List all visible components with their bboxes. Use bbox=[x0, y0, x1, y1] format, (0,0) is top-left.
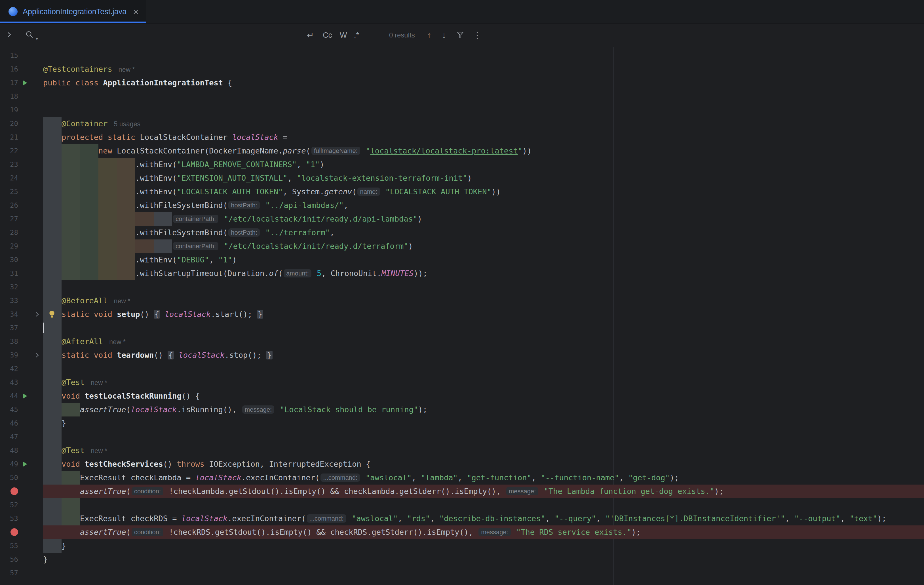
gutter[interactable]: 50 bbox=[0, 471, 43, 484]
code-line[interactable]: 16@Testcontainersnew * bbox=[0, 63, 924, 76]
filter-icon[interactable] bbox=[456, 30, 465, 40]
code-line[interactable]: 26 .withFileSystemBind(hostPath: "../api… bbox=[0, 198, 924, 212]
search-history-dropdown-icon[interactable]: ▾ bbox=[36, 36, 38, 41]
code-line[interactable]: 42 bbox=[0, 362, 924, 376]
gutter[interactable]: 48 bbox=[0, 444, 43, 457]
gutter[interactable]: 37 bbox=[0, 321, 43, 335]
expand-to-replace-icon[interactable] bbox=[6, 31, 13, 39]
fold-region-icon[interactable] bbox=[34, 311, 40, 317]
code-line[interactable]: 52 bbox=[0, 498, 924, 512]
code-line[interactable]: 22 new LocalStackContainer(DockerImageNa… bbox=[0, 144, 924, 158]
gutter[interactable]: 34 bbox=[0, 307, 43, 321]
code-line[interactable]: 57 bbox=[0, 566, 924, 580]
code-line[interactable]: 18 bbox=[0, 90, 924, 103]
gutter[interactable]: 21 bbox=[0, 131, 43, 144]
gutter[interactable]: 38 bbox=[0, 335, 43, 349]
gutter[interactable]: 25 bbox=[0, 185, 43, 198]
code-line[interactable]: 24 .withEnv("EXTENSION_AUTO_INSTALL", "l… bbox=[0, 171, 924, 185]
code-line[interactable]: assertTrue(condition: !checkLambda.getSt… bbox=[0, 484, 924, 498]
intention-bulb-icon[interactable] bbox=[48, 310, 56, 319]
gutter[interactable]: 24 bbox=[0, 171, 43, 185]
gutter[interactable]: 16 bbox=[0, 63, 43, 76]
code-line[interactable]: 53 ExecResult checkRDS = localStack.exec… bbox=[0, 512, 924, 526]
code-line[interactable]: assertTrue(condition: !checkRDS.getStdou… bbox=[0, 526, 924, 539]
run-test-icon[interactable] bbox=[21, 460, 29, 468]
code-line[interactable]: 37 bbox=[0, 321, 924, 335]
gutter[interactable]: 30 bbox=[0, 253, 43, 267]
gutter[interactable]: 45 bbox=[0, 403, 43, 416]
previous-occurrence-icon[interactable]: ↑ bbox=[427, 30, 431, 40]
code-line[interactable]: 25 .withEnv("LOCALSTACK_AUTH_TOKEN", Sys… bbox=[0, 185, 924, 198]
breakpoint-icon[interactable] bbox=[10, 528, 18, 536]
gutter[interactable]: 49 bbox=[0, 457, 43, 471]
gutter[interactable]: 39 bbox=[0, 349, 43, 362]
gutter[interactable] bbox=[0, 484, 43, 498]
code-line[interactable]: 44 void testLocalStackRunning() { bbox=[0, 389, 924, 403]
code-line[interactable]: 45 assertTrue(localStack.isRunning(), me… bbox=[0, 403, 924, 416]
code-line[interactable]: 33 @BeforeAllnew * bbox=[0, 294, 924, 307]
more-options-icon[interactable]: ⋮ bbox=[473, 30, 482, 40]
code-line[interactable]: 20 @Container5 usages bbox=[0, 117, 924, 131]
code-line[interactable]: 43 @Testnew * bbox=[0, 376, 924, 389]
gutter[interactable] bbox=[0, 526, 43, 539]
gutter[interactable]: 46 bbox=[0, 416, 43, 430]
fold-region-icon[interactable] bbox=[34, 352, 40, 358]
whole-words-button[interactable]: W bbox=[340, 31, 347, 40]
gutter[interactable]: 32 bbox=[0, 280, 43, 294]
code-line[interactable]: 30 .withEnv("DEBUG", "1") bbox=[0, 253, 924, 267]
run-test-icon[interactable] bbox=[21, 392, 29, 400]
run-test-icon[interactable] bbox=[21, 79, 29, 87]
gutter[interactable]: 57 bbox=[0, 566, 43, 580]
gutter[interactable]: 17 bbox=[0, 76, 43, 90]
code-line[interactable]: 38 @AfterAllnew * bbox=[0, 335, 924, 349]
code-line[interactable]: 55 } bbox=[0, 539, 924, 553]
gutter[interactable]: 19 bbox=[0, 103, 43, 117]
code-line[interactable]: 23 .withEnv("LAMBDA_REMOVE_CONTAINERS", … bbox=[0, 158, 924, 171]
gutter[interactable]: 31 bbox=[0, 267, 43, 280]
code-line[interactable]: 21 protected static LocalStackContainer … bbox=[0, 131, 924, 144]
code-line[interactable]: 32 bbox=[0, 280, 924, 294]
gutter[interactable]: 28 bbox=[0, 226, 43, 240]
gutter[interactable]: 55 bbox=[0, 539, 43, 553]
breakpoint-icon[interactable] bbox=[10, 488, 18, 495]
gutter[interactable]: 26 bbox=[0, 198, 43, 212]
gutter[interactable]: 15 bbox=[0, 49, 43, 63]
code-line[interactable]: 17public class ApplicationIntegrationTes… bbox=[0, 76, 924, 90]
code-line[interactable]: 50 ExecResult checkLambda = localStack.e… bbox=[0, 471, 924, 484]
gutter[interactable]: 33 bbox=[0, 294, 43, 307]
code-line[interactable]: 31 .withStartupTimeout(Duration.of(amoun… bbox=[0, 267, 924, 280]
code-line[interactable]: 29 containerPath: "/etc/localstack/init/… bbox=[0, 240, 924, 253]
gutter[interactable]: 47 bbox=[0, 430, 43, 444]
gutter[interactable]: 53 bbox=[0, 512, 43, 526]
code-line[interactable]: 15 bbox=[0, 49, 924, 63]
match-case-button[interactable]: Cc bbox=[323, 31, 332, 40]
gutter[interactable]: 42 bbox=[0, 362, 43, 376]
gutter[interactable]: 29 bbox=[0, 240, 43, 253]
gutter[interactable]: 27 bbox=[0, 212, 43, 226]
code-line[interactable]: 19 bbox=[0, 103, 924, 117]
editor-tab[interactable]: ApplicationIntegrationTest.java × bbox=[0, 0, 146, 23]
code-line[interactable]: 56} bbox=[0, 553, 924, 566]
code-line[interactable]: 34 static void setup() { localStack.star… bbox=[0, 307, 924, 321]
next-occurrence-icon[interactable]: ↓ bbox=[442, 30, 446, 40]
gutter[interactable]: 43 bbox=[0, 376, 43, 389]
newline-icon[interactable]: ↵ bbox=[307, 30, 314, 40]
code-line[interactable]: 49 void testCheckServices() throws IOExc… bbox=[0, 457, 924, 471]
tab-close-icon[interactable]: × bbox=[133, 7, 139, 17]
search-input[interactable] bbox=[48, 27, 299, 44]
gutter[interactable]: 44 bbox=[0, 389, 43, 403]
gutter[interactable]: 18 bbox=[0, 90, 43, 103]
code-line[interactable]: 27 containerPath: "/etc/localstack/init/… bbox=[0, 212, 924, 226]
code-line[interactable]: 47 bbox=[0, 430, 924, 444]
code-line[interactable]: 46 } bbox=[0, 416, 924, 430]
search-icon[interactable] bbox=[25, 30, 34, 40]
gutter[interactable]: 22 bbox=[0, 144, 43, 158]
gutter[interactable]: 20 bbox=[0, 117, 43, 131]
gutter[interactable]: 56 bbox=[0, 553, 43, 566]
code-line[interactable]: 28 .withFileSystemBind(hostPath: "../ter… bbox=[0, 226, 924, 240]
gutter[interactable]: 52 bbox=[0, 498, 43, 512]
regex-button[interactable]: .* bbox=[354, 31, 359, 40]
code-line[interactable]: 39 static void teardown() { localStack.s… bbox=[0, 349, 924, 362]
gutter[interactable]: 23 bbox=[0, 158, 43, 171]
code-line[interactable]: 48 @Testnew * bbox=[0, 444, 924, 457]
